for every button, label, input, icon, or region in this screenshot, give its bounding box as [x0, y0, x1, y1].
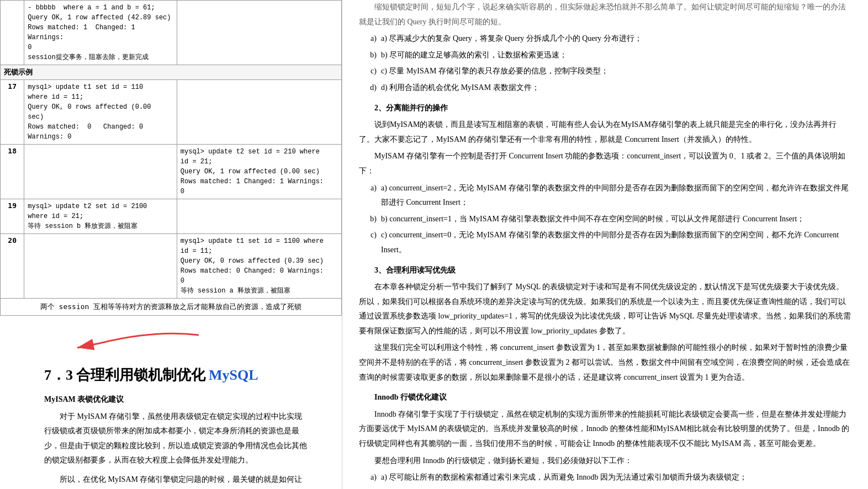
code-block: mysql> update t1 set id = 110 where id =… — [28, 83, 151, 141]
list-text-a: a) 尽再减少大的复杂 Query，将复杂 Query 分拆成几个小的 Quer… — [381, 31, 851, 46]
session-b-cell: mysql> update t1 set id = 1100 where id … — [177, 234, 341, 299]
left-panel: - bbbbb where a = 1 and b = 61; Query OK… — [0, 0, 342, 489]
list-letter-b: b) — [359, 48, 381, 63]
code-block: mysql> update t1 set id = 1100 where id … — [181, 237, 324, 295]
chapter-heading: 7．3 合理利用锁机制优化 MySQL — [44, 365, 309, 385]
list-letter-c: c) — [359, 64, 381, 79]
ci-letter-a: a) — [359, 181, 381, 210]
chapter-num: 7．3 — [44, 365, 73, 385]
list-item-a: a) a) 尽再减少大的复杂 Query，将复杂 Query 分拆成几个小的 Q… — [359, 31, 851, 46]
session-a-cell — [24, 145, 177, 199]
innodb-item-a: a) a) 尽可能让所有的数据检索都通过索引来完成，从而避免 Innodb 因为… — [359, 470, 851, 485]
right-content: 缩短锁锁定时间，短短几个字，说起来确实听容易的，但实际做起来恐怕就并不那么简单了… — [359, 0, 851, 485]
ci-item-a: a) a) concurrent_insert=2，无论 MyISAM 存储引擎… — [359, 181, 851, 210]
section2-title: 2、分离能并行的操作 — [359, 101, 851, 116]
chapter-title-text: 合理利用锁机制优化 — [76, 365, 205, 385]
section-label: 死锁示例 — [1, 65, 342, 80]
session-b-cell: mysql> update t2 set id = 210 where id =… — [177, 145, 341, 199]
section1-para2: 所以，在优化 MyISAM 存储引擎锁定问题的时候，最关键的就是如何让其提高并发… — [44, 472, 309, 489]
session-a-cell: mysql> update t2 set id = 2100 where id … — [24, 199, 177, 234]
section3-para1: 在本章各种锁定分析一节中我们了解到了 MySQL 的表级锁定对于读和写是有不同优… — [359, 280, 851, 338]
list-text-c: c) 尽量 MyISAM 存储引擎的表只存放必要的信息，控制字段类型； — [381, 64, 851, 79]
ci-item-b: b) b) concurrent_insert=1，当 MyISAM 存储引擎表… — [359, 212, 851, 227]
arrow-svg — [44, 327, 210, 357]
innodb-advice: 要想合理利用 Innodb 的行级锁定，做到扬长避短，我们必须做好以下工作： — [359, 454, 851, 469]
ci-letter-c: c) — [359, 228, 381, 257]
top-fade-text: 缩短锁锁定时间，短短几个字，说起来确实听容易的，但实际做起来恐怕就并不那么简单了… — [359, 0, 851, 29]
list-item-c: c) c) 尽量 MyISAM 存储引擎的表只存放必要的信息，控制字段类型； — [359, 64, 851, 79]
innodb-text-a: a) 尽可能让所有的数据检索都通过索引来完成，从而避免 Innodb 因为无法通… — [381, 470, 851, 485]
sql-table: - bbbbb where a = 1 and b = 61; Query OK… — [0, 0, 342, 316]
session-a-cell: - bbbbb where a = 1 and b = 61; Query OK… — [24, 1, 177, 65]
heading-section: 7．3 合理利用锁机制优化 MySQL MyISAM 表锁优化建议 对于 MyI… — [0, 316, 342, 489]
chapter-title-highlight: MySQL — [209, 367, 258, 384]
section2-para: MyISAM 存储引擎有一个控制是否打开 Concurrent Insert 功… — [359, 149, 851, 178]
table-row: - bbbbb where a = 1 and b = 61; Query OK… — [1, 1, 342, 65]
table-row: 18 mysql> update t2 set id = 210 where i… — [1, 145, 342, 199]
arrow-container — [44, 327, 309, 360]
list-text-b: b) 尽可能的建立足够高效的索引，让数据检索更迅速； — [381, 48, 851, 63]
row-num: 17 — [1, 80, 24, 145]
ci-text-a: a) concurrent_insert=2，无论 MyISAM 存储引擎的表数… — [381, 181, 851, 210]
section3-para2: 这里我们完全可以利用这个特性，将 concurrent_insert 参数设置为… — [359, 341, 851, 385]
session-b-cell — [177, 199, 341, 234]
section1-title: MyISAM 表锁优化建议 — [44, 392, 309, 407]
list-text-d: d) 利用合适的机会优化 MyISAM 表数据文件； — [381, 81, 851, 95]
right-panel: 缩短锁锁定时间，短短几个字，说起来确实听容易的，但实际做起来恐怕就并不那么简单了… — [342, 0, 868, 489]
list-item-b: b) b) 尽可能的建立足够高效的索引，让数据检索更迅速； — [359, 48, 851, 63]
innodb-title: Innodb 行锁优化建议 — [359, 390, 851, 405]
row-num: 18 — [1, 145, 24, 199]
footer-row: 两个 session 互相等等待对方的资源释放之后才能释放自己的资源，造成了死锁 — [1, 299, 342, 316]
section1-para1: 对于 MyISAM 存储引擎，虽然使用表级锁定在锁定实现的过程中比实现行级锁或者… — [44, 410, 309, 468]
section2-intro: 说到MyISAM的表锁，而且是读写互相阻塞的表锁，可能有些人会认为在MyISAM… — [359, 118, 851, 147]
code-block: - bbbbb where a = 1 and b = 61; Query OK… — [28, 4, 171, 61]
code-block: mysql> update t2 set id = 2100 where id … — [28, 203, 147, 230]
footer-text: 两个 session 互相等等待对方的资源释放之后才能释放自己的资源，造成了死锁 — [1, 299, 342, 316]
ci-text-c: c) concurrent_insert=0，无论 MyISAM 存储引擎的表数… — [381, 228, 851, 257]
session-b-cell — [177, 1, 341, 65]
row-num: 20 — [1, 234, 24, 299]
ci-item-c: c) c) concurrent_insert=0，无论 MyISAM 存储引擎… — [359, 228, 851, 257]
session-b-cell — [177, 80, 341, 145]
content-text: MyISAM 表锁优化建议 对于 MyISAM 存储引擎，虽然使用表级锁定在锁定… — [44, 392, 309, 489]
list-letter-d: d) — [359, 81, 381, 95]
innodb-letter-a: a) — [359, 470, 381, 485]
ci-letter-b: b) — [359, 212, 381, 227]
row-num: 19 — [1, 199, 24, 234]
row-num — [1, 1, 24, 65]
innodb-intro: Innodb 存储引擎于实现了于行级锁定，虽然在锁定机制的实现方面所带来的性能损… — [359, 407, 851, 451]
table-row: 19 mysql> update t2 set id = 2100 where … — [1, 199, 342, 234]
ci-text-b: b) concurrent_insert=1，当 MyISAM 存储引擎表数据文… — [381, 212, 851, 227]
section-label-row: 死锁示例 — [1, 65, 342, 80]
list-letter-a: a) — [359, 31, 381, 46]
table-row: 17 mysql> update t1 set id = 110 where i… — [1, 80, 342, 145]
session-a-cell: mysql> update t1 set id = 110 where id =… — [24, 80, 177, 145]
section3-title: 3、合理利用读写优先级 — [359, 263, 851, 278]
table-row: 20 mysql> update t1 set id = 1100 where … — [1, 234, 342, 299]
code-block: mysql> update t2 set id = 210 where id =… — [181, 148, 324, 195]
list-item-d: d) d) 利用合适的机会优化 MyISAM 表数据文件； — [359, 81, 851, 95]
session-a-cell — [24, 234, 177, 299]
